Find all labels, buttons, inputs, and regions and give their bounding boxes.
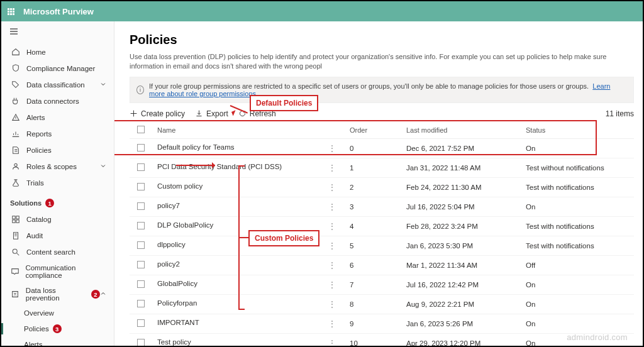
status-cell: Test without notifications bbox=[521, 158, 634, 177]
create-policy-button[interactable]: Create policy bbox=[130, 109, 185, 118]
page-description: Use data loss prevention (DLP) policies … bbox=[130, 52, 634, 72]
col-status[interactable]: Status bbox=[521, 122, 634, 139]
row-checkbox[interactable] bbox=[137, 319, 145, 327]
modified-cell: Jul 16, 2022 5:04 PM bbox=[401, 197, 521, 216]
row-checkbox[interactable] bbox=[137, 183, 145, 190]
sidebar-item-label: Data classification bbox=[26, 81, 85, 89]
svg-point-5 bbox=[13, 249, 17, 253]
sidebar-item-data-classification[interactable]: Data classification bbox=[1, 77, 114, 93]
row-checkbox[interactable] bbox=[137, 144, 145, 151]
menu-toggle-button[interactable] bbox=[1, 21, 114, 44]
table-row[interactable]: policy2⋮6Mar 1, 2022 11:34 AMOff bbox=[130, 255, 634, 275]
sidebar-item-audit[interactable]: Audit bbox=[1, 228, 114, 244]
sidebar-item-roles-scopes[interactable]: Roles & scopes bbox=[1, 158, 114, 175]
row-menu-button[interactable]: ⋮ bbox=[328, 221, 340, 231]
row-checkbox[interactable] bbox=[137, 202, 145, 210]
order-cell: 9 bbox=[345, 314, 401, 333]
row-menu-button[interactable]: ⋮ bbox=[328, 338, 340, 346]
table-row[interactable]: Test policy⋮10Apr 29, 2023 12:20 PMOn bbox=[130, 333, 634, 346]
modified-cell: Feb 24, 2022 11:30 AM bbox=[401, 177, 521, 197]
sidebar-badge: 3 bbox=[53, 324, 62, 333]
policy-name: GlobalPolicy bbox=[157, 280, 197, 287]
sidebar-item-policies[interactable]: Policies bbox=[1, 142, 114, 158]
sidebar-item-label: Policies bbox=[26, 146, 52, 154]
sidebar-item-content-search[interactable]: Content search bbox=[1, 244, 114, 260]
sidebar-item-alerts[interactable]: Alerts bbox=[1, 109, 114, 126]
row-checkbox[interactable] bbox=[137, 163, 145, 171]
col-order[interactable]: Order bbox=[345, 122, 401, 139]
sidebar-item-catalog[interactable]: Catalog bbox=[1, 211, 114, 228]
roles-icon bbox=[10, 162, 21, 171]
refresh-button[interactable]: Refresh bbox=[238, 109, 276, 118]
sidebar-item-overview[interactable]: Overview bbox=[1, 306, 114, 321]
sidebar-item-reports[interactable]: Reports bbox=[1, 126, 114, 142]
trials-icon bbox=[10, 179, 21, 187]
table-row[interactable]: DLP GlobalPolicy⋮4Feb 28, 2022 3:24 PMTe… bbox=[130, 216, 634, 236]
app-launcher-icon[interactable] bbox=[8, 8, 14, 15]
col-modified[interactable]: Last modified bbox=[401, 122, 521, 139]
order-cell: 2 bbox=[345, 177, 401, 197]
row-checkbox[interactable] bbox=[137, 280, 145, 288]
policy-name: Default policy for Teams bbox=[157, 143, 235, 151]
table-row[interactable]: Custom policy⋮2Feb 24, 2022 11:30 AMTest… bbox=[130, 177, 634, 197]
sidebar-item-label: Content search bbox=[26, 248, 75, 256]
sidebar-item-trials[interactable]: Trials bbox=[1, 175, 114, 191]
sidebar-item-label: Trials bbox=[26, 179, 44, 187]
row-menu-button[interactable]: ⋮ bbox=[328, 299, 340, 309]
table-row[interactable]: Default policy for Teams⋮0Dec 6, 2021 7:… bbox=[130, 138, 634, 158]
modified-cell: Aug 9, 2022 2:21 PM bbox=[401, 294, 521, 314]
sidebar-item-data-connectors[interactable]: Data connectors bbox=[1, 93, 114, 109]
table-row[interactable]: GlobalPolicy⋮7Jul 16, 2022 12:42 PMOn bbox=[130, 275, 634, 294]
dlp-icon bbox=[10, 290, 21, 299]
sidebar-item-label: Data loss prevention bbox=[26, 287, 87, 302]
sidebar-section-solutions: Solutions 1 bbox=[1, 191, 114, 211]
export-button[interactable]: Export bbox=[195, 109, 228, 118]
sidebar-item-policies[interactable]: Policies3 bbox=[1, 321, 114, 337]
item-count: 11 items bbox=[606, 109, 634, 118]
row-checkbox[interactable] bbox=[137, 261, 145, 268]
table-row[interactable]: dlppolicy⋮5Jan 6, 2023 5:30 PMTest with … bbox=[130, 236, 634, 255]
table-row[interactable]: PCI Data Security Standard (PCI DSS)⋮1Ja… bbox=[130, 158, 634, 177]
policy-name: policy2 bbox=[157, 260, 180, 268]
select-all-checkbox[interactable] bbox=[137, 126, 145, 133]
plug-icon bbox=[10, 97, 21, 106]
policy-name: PCI Data Security Standard (PCI DSS) bbox=[157, 163, 282, 170]
table-row[interactable]: IMPORTANT⋮9Jan 6, 2023 5:26 PMOn bbox=[130, 314, 634, 333]
row-menu-button[interactable]: ⋮ bbox=[328, 143, 340, 153]
policy-name: policy7 bbox=[157, 202, 180, 209]
row-checkbox[interactable] bbox=[137, 241, 145, 249]
sidebar-item-alerts[interactable]: Alerts bbox=[1, 337, 114, 346]
search-icon bbox=[10, 248, 21, 256]
modified-cell: Feb 28, 2022 3:24 PM bbox=[401, 216, 521, 236]
sidebar-item-label: Roles & scopes bbox=[26, 163, 77, 170]
row-menu-button[interactable]: ⋮ bbox=[328, 163, 340, 173]
row-menu-button[interactable]: ⋮ bbox=[328, 182, 340, 192]
row-menu-button[interactable]: ⋮ bbox=[328, 319, 340, 329]
sidebar-item-communication-compliance[interactable]: Communication compliance bbox=[1, 260, 114, 283]
sidebar-item-label: Communication compliance bbox=[25, 264, 106, 279]
sidebar-item-compliance-manager[interactable]: Compliance Manager bbox=[1, 60, 114, 77]
table-row[interactable]: policy7⋮3Jul 16, 2022 5:04 PMOn bbox=[130, 197, 634, 216]
modified-cell: Jan 6, 2023 5:26 PM bbox=[401, 314, 521, 333]
order-cell: 1 bbox=[345, 158, 401, 177]
sidebar-item-home[interactable]: Home bbox=[1, 44, 114, 60]
sidebar-item-label: Overview bbox=[24, 309, 54, 317]
row-checkbox[interactable] bbox=[137, 300, 145, 307]
row-checkbox[interactable] bbox=[137, 222, 145, 229]
page-title: Policies bbox=[130, 33, 634, 47]
row-menu-button[interactable]: ⋮ bbox=[328, 280, 340, 290]
policy-name: Policyforpan bbox=[157, 299, 197, 307]
sidebar-item-label: Home bbox=[26, 48, 46, 56]
order-cell: 4 bbox=[345, 216, 401, 236]
row-menu-button[interactable]: ⋮ bbox=[328, 260, 340, 270]
row-menu-button[interactable]: ⋮ bbox=[328, 202, 340, 212]
svg-rect-1 bbox=[13, 216, 15, 219]
status-cell: Off bbox=[521, 255, 634, 275]
main-content: Policies Use data loss prevention (DLP) … bbox=[114, 21, 643, 346]
col-name[interactable]: Name bbox=[152, 122, 345, 139]
sidebar-item-data-loss-prevention[interactable]: Data loss prevention2 bbox=[1, 283, 114, 306]
row-checkbox[interactable] bbox=[137, 339, 145, 346]
table-row[interactable]: Policyforpan⋮8Aug 9, 2022 2:21 PMOn bbox=[130, 294, 634, 314]
home-icon bbox=[10, 48, 21, 57]
row-menu-button[interactable]: ⋮ bbox=[328, 241, 340, 251]
